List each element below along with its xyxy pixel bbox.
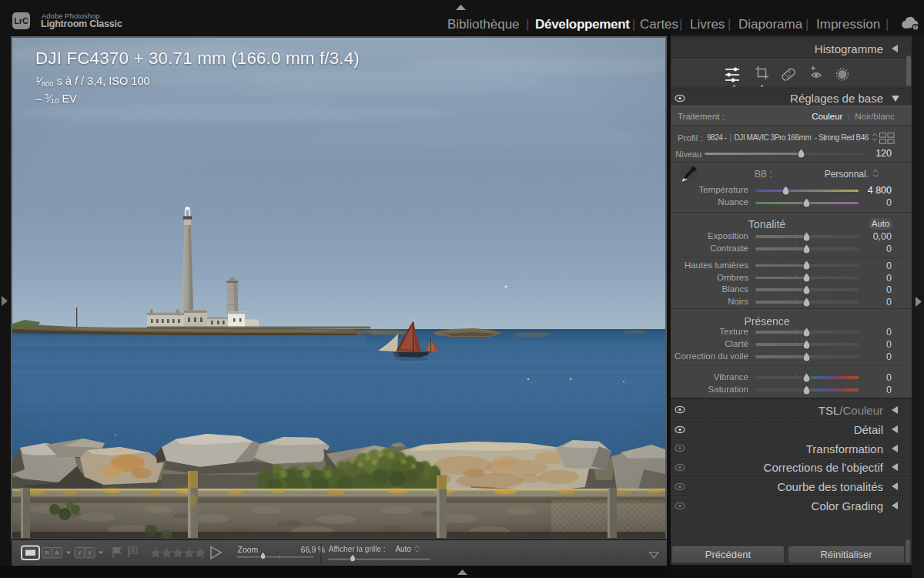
svg-text:Afficher la grille :: Afficher la grille : [329, 545, 386, 553]
svg-text:Y: Y [78, 549, 82, 556]
svg-text:R: R [45, 549, 49, 556]
svg-text:A: A [55, 549, 59, 556]
svg-text:Auto: Auto [395, 545, 411, 553]
svg-text:Y: Y [88, 549, 92, 556]
svg-text:Zoom: Zoom [238, 545, 259, 554]
